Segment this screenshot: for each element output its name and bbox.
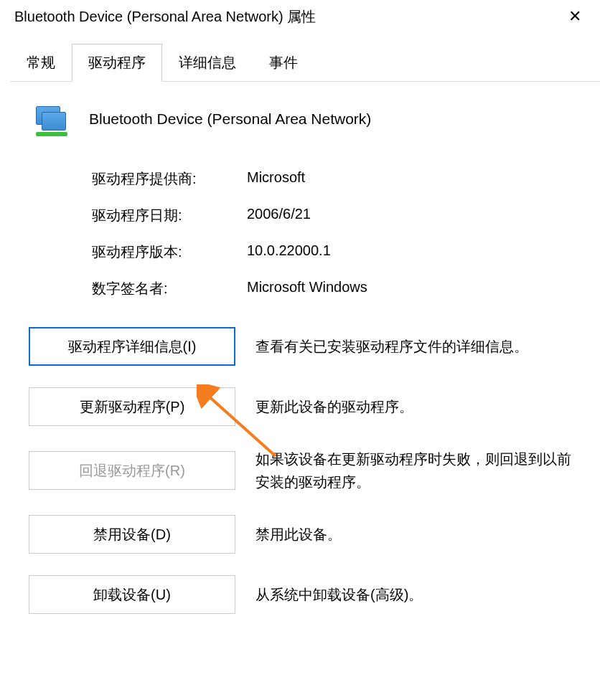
action-desc: 如果该设备在更新驱动程序时失败，则回退到以前安装的驱动程序。: [256, 448, 571, 493]
tabs: 常规 驱动程序 详细信息 事件: [10, 44, 600, 82]
info-row-date: 驱动程序日期: 2006/6/21: [92, 206, 571, 225]
titlebar: Bluetooth Device (Personal Area Network)…: [0, 0, 600, 34]
action-row-update: 更新驱动程序(P) 更新此设备的驱动程序。: [29, 387, 571, 426]
action-row-uninstall: 卸载设备(U) 从系统中卸载设备(高级)。: [29, 575, 571, 614]
action-desc: 从系统中卸载设备(高级)。: [256, 583, 571, 606]
action-desc: 更新此设备的驱动程序。: [256, 395, 571, 418]
disable-device-button[interactable]: 禁用设备(D): [29, 515, 235, 554]
uninstall-device-button[interactable]: 卸载设备(U): [29, 575, 235, 614]
info-row-signer: 数字签名者: Microsoft Windows: [92, 279, 571, 298]
device-icon: [29, 103, 67, 135]
update-driver-button[interactable]: 更新驱动程序(P): [29, 387, 235, 426]
action-row-disable: 禁用设备(D) 禁用此设备。: [29, 515, 571, 554]
window-title: Bluetooth Device (Personal Area Network)…: [14, 7, 316, 27]
info-row-version: 驱动程序版本: 10.0.22000.1: [92, 242, 571, 262]
action-row-rollback: 回退驱动程序(R) 如果该设备在更新驱动程序时失败，则回退到以前安装的驱动程序。: [29, 448, 571, 493]
tab-content: Bluetooth Device (Personal Area Network)…: [0, 82, 600, 650]
action-row-details: 驱动程序详细信息(I) 查看有关已安装驱动程序文件的详细信息。: [29, 327, 571, 366]
info-label: 驱动程序日期:: [92, 206, 247, 225]
info-value: 2006/6/21: [247, 206, 311, 225]
tab-general[interactable]: 常规: [10, 44, 72, 81]
action-buttons: 驱动程序详细信息(I) 查看有关已安装驱动程序文件的详细信息。 更新驱动程序(P…: [29, 327, 571, 614]
action-desc: 查看有关已安装驱动程序文件的详细信息。: [256, 335, 571, 358]
info-value: 10.0.22000.1: [247, 242, 331, 262]
rollback-driver-button: 回退驱动程序(R): [29, 451, 235, 490]
device-header: Bluetooth Device (Personal Area Network): [29, 103, 571, 135]
info-row-provider: 驱动程序提供商: Microsoft: [92, 169, 571, 189]
info-value: Microsoft Windows: [247, 279, 367, 298]
tab-driver[interactable]: 驱动程序: [72, 44, 162, 82]
info-value: Microsoft: [247, 169, 305, 189]
info-label: 数字签名者:: [92, 279, 247, 298]
tab-events[interactable]: 事件: [253, 44, 314, 81]
driver-info: 驱动程序提供商: Microsoft 驱动程序日期: 2006/6/21 驱动程…: [92, 169, 571, 298]
info-label: 驱动程序版本:: [92, 242, 247, 262]
close-icon[interactable]: ✕: [563, 6, 587, 27]
action-desc: 禁用此设备。: [256, 523, 571, 546]
device-name: Bluetooth Device (Personal Area Network): [89, 110, 371, 128]
driver-details-button[interactable]: 驱动程序详细信息(I): [29, 327, 235, 366]
info-label: 驱动程序提供商:: [92, 169, 247, 189]
tab-details[interactable]: 详细信息: [162, 44, 253, 81]
